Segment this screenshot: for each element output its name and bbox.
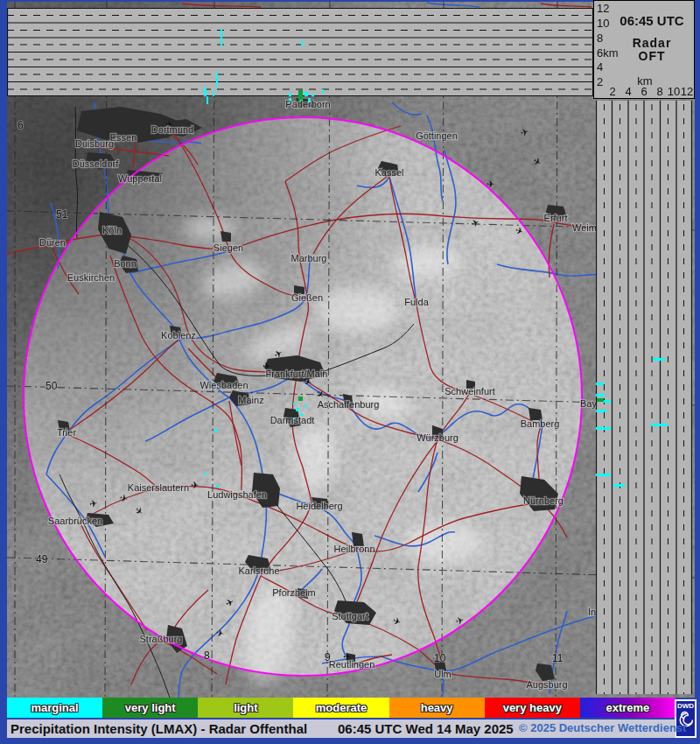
- city-label: Fulda: [404, 297, 429, 307]
- legend-item-light: light: [198, 698, 293, 718]
- range-tick: 10: [667, 85, 681, 98]
- city-label: Augsburg: [526, 679, 567, 690]
- city-label: Reutlingen: [329, 659, 375, 670]
- intensity-legend: marginal very light light moderate heavy…: [7, 698, 676, 718]
- legend-item-very-heavy: very heavy: [485, 698, 580, 718]
- city-label: Wuppertal: [118, 173, 162, 184]
- city-label: Saarbrücken: [48, 516, 102, 526]
- city-label: Schweinfurt: [444, 386, 494, 397]
- city-label: Kaiserslautern: [128, 482, 189, 493]
- radar-info-box: 12 10 8 6km 4 2 06:45 UTC Radar OFT km 2…: [593, 0, 695, 99]
- city-label: Bay: [580, 398, 597, 409]
- city-label: Weim: [572, 222, 597, 233]
- city-label: Düsseldorf: [73, 158, 120, 169]
- city-label: Euskirchen: [67, 272, 115, 283]
- city-label: Nürnberg: [523, 495, 564, 506]
- city-label: Frankfurt/Main: [266, 368, 328, 379]
- product-title: Precipitation Intensity (LMAX) - Radar O…: [10, 721, 307, 736]
- city-label: Karlsruhe: [238, 565, 279, 576]
- city-label: Kassel: [374, 167, 403, 178]
- range-tick: 4: [621, 85, 635, 98]
- city-label: Mainz: [238, 395, 263, 405]
- city-label: Köln: [102, 225, 122, 235]
- city-label: Straßburg: [140, 634, 183, 644]
- height-tick: 12: [597, 2, 609, 15]
- city-label: Siegen: [214, 242, 243, 253]
- legend-item-heavy: heavy: [389, 698, 485, 718]
- city-label: Essen: [110, 132, 137, 143]
- grid-label-lon: 8: [204, 649, 210, 662]
- grid-label-lon: 11: [552, 652, 564, 664]
- status-bar: Precipitation Intensity (LMAX) - Radar O…: [7, 719, 676, 738]
- city-label: Wiesbaden: [200, 380, 248, 390]
- svg-text:✈: ✈: [191, 480, 199, 490]
- legend-item-moderate: moderate: [293, 698, 388, 718]
- city-label: Heidelberg: [296, 501, 342, 511]
- range-tick: 6: [637, 85, 651, 98]
- city-label: Marburg: [291, 253, 327, 263]
- height-tick: 2: [597, 75, 603, 88]
- city-label: In: [588, 607, 596, 617]
- grid-label-lat: 50: [46, 380, 58, 392]
- height-profile-panel: [7, 8, 593, 96]
- city-label: Bonn: [114, 258, 136, 269]
- radar-map: ✈ ✈ ✈ ✈ ✈ ✈ ✈ ✈ ✈ ✈ ✈ ✈ ✈ ✈ ✈ ✈ ✈ ✈ ✈: [7, 2, 695, 698]
- city-label: Dortmund: [151, 124, 193, 135]
- city-label: Koblenz: [161, 330, 196, 340]
- grid-label-lat: 51: [56, 208, 68, 221]
- city-label: Gießen: [291, 292, 323, 303]
- city-label: Düren: [39, 237, 66, 248]
- height-tick: 8: [597, 32, 603, 45]
- city-label: Stuttgart: [332, 611, 368, 621]
- radar-name: OFT: [612, 49, 692, 63]
- city-label: Paderborn: [285, 99, 330, 109]
- range-profile-panel: [596, 101, 692, 694]
- city-label: Ulm: [434, 669, 452, 679]
- time-label: 06:45 UTC: [612, 13, 692, 28]
- city-label: Ludwigshafen: [207, 489, 267, 500]
- city-label: Aschaffenburg: [318, 399, 380, 410]
- city-label: Würzburg: [416, 432, 458, 443]
- range-tick: 8: [653, 85, 667, 98]
- height-tick: 4: [597, 60, 603, 74]
- range-tick: 12: [680, 85, 694, 98]
- range-tick: 2: [606, 85, 620, 98]
- copyright-label: © 2025 Deutscher Wetterdienst: [519, 721, 686, 734]
- city-label: Göttingen: [416, 130, 458, 141]
- legend-item-very-light: very light: [102, 698, 198, 718]
- city-label: Darmstadt: [270, 415, 315, 425]
- city-label: Heilbronn: [333, 544, 374, 554]
- city-label: Trier: [57, 427, 77, 438]
- grid-label-lon: 10: [434, 652, 446, 664]
- legend-item-extreme: extreme: [580, 698, 676, 718]
- grid-label-lon: 6: [18, 119, 24, 131]
- city-label: Bamberg: [521, 418, 560, 429]
- radar-name: Radar: [612, 36, 692, 50]
- city-label: Duisburg: [75, 138, 114, 149]
- height-tick: 10: [597, 17, 609, 30]
- dwd-logo-text: DWD: [677, 702, 694, 710]
- grid-label-lat: 49: [36, 553, 48, 565]
- profile-echoes: [596, 358, 668, 487]
- datetime-label: 06:45 UTC Wed 14 May 2025: [338, 721, 514, 736]
- city-label: Pforzheim: [272, 587, 316, 598]
- city-label: Erfurt: [544, 213, 568, 223]
- profile-echoes: [204, 29, 324, 96]
- legend-item-marginal: marginal: [7, 698, 102, 718]
- radar-app-window: ✈ ✈ ✈ ✈ ✈ ✈ ✈ ✈ ✈ ✈ ✈ ✈ ✈ ✈ ✈ ✈ ✈ ✈ ✈: [0, 0, 700, 744]
